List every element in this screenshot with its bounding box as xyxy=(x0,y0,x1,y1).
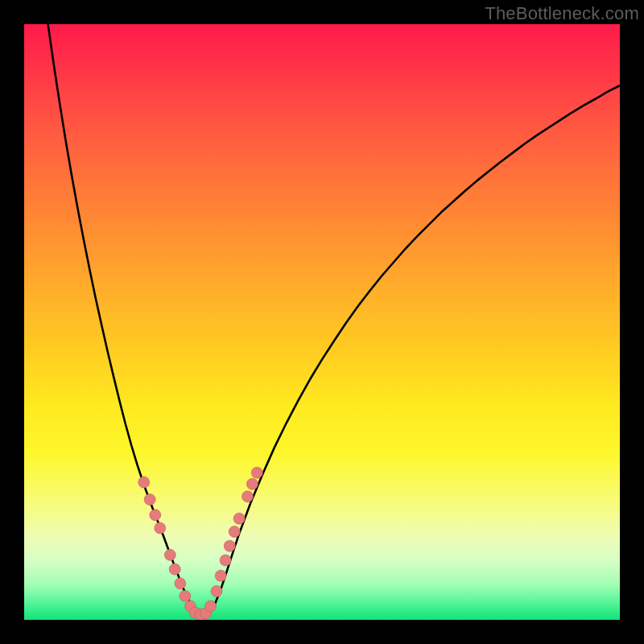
data-point xyxy=(242,491,254,502)
data-point xyxy=(175,578,186,589)
data-point xyxy=(144,494,155,506)
data-point xyxy=(246,478,258,489)
data-point xyxy=(150,510,161,521)
data-point xyxy=(138,477,150,488)
data-point xyxy=(229,526,240,537)
data-point xyxy=(169,564,180,575)
data-point xyxy=(180,590,191,601)
data-point xyxy=(205,601,217,612)
chart-frame: TheBottleneck.com xyxy=(0,0,644,644)
data-point xyxy=(233,513,245,524)
data-point xyxy=(155,522,166,534)
data-point xyxy=(251,467,262,478)
watermark-text: TheBottleneck.com xyxy=(485,3,639,24)
chart-svg xyxy=(24,24,620,620)
bottleneck-curve xyxy=(48,24,620,614)
data-point xyxy=(215,570,226,581)
data-point xyxy=(211,585,222,597)
data-point xyxy=(220,555,231,566)
data-point xyxy=(224,540,235,551)
data-point xyxy=(164,549,175,560)
plot-area xyxy=(24,24,620,620)
